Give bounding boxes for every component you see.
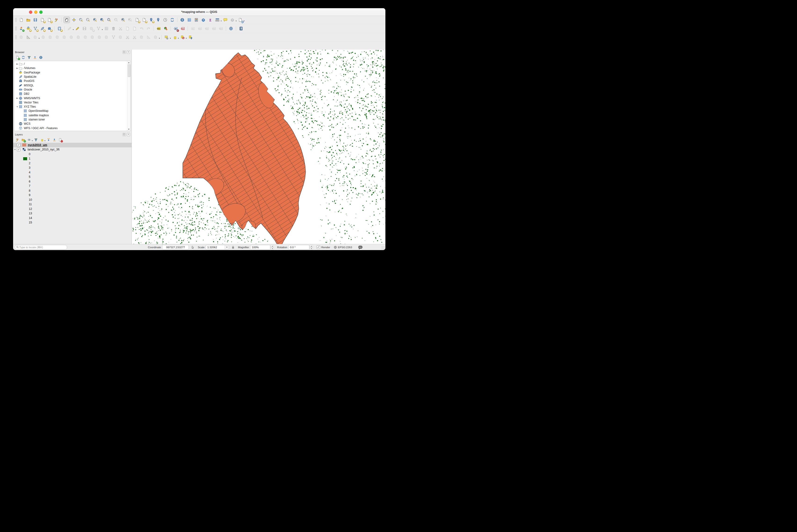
browser-item-db2[interactable]: DB2DB2: [14, 92, 130, 96]
legend-item-2[interactable]: 2: [13, 161, 132, 166]
help-button[interactable]: ?: [238, 25, 244, 32]
mouse-position-icon[interactable]: [191, 246, 194, 249]
open-attribute-table-button[interactable]: [186, 17, 192, 23]
zoom-to-selection-button[interactable]: ▢: [106, 17, 112, 23]
field-calculator-button[interactable]: [193, 17, 200, 23]
filter-by-expression-button[interactable]: [39, 137, 44, 142]
browser-item-oracle[interactable]: Oracle: [14, 88, 130, 92]
messages-icon[interactable]: [358, 246, 362, 249]
remove-layer-button[interactable]: −: [58, 137, 63, 142]
select-by-expression-button[interactable]: [172, 34, 177, 40]
legend-item-6[interactable]: 6: [13, 179, 132, 184]
layer-labeling-single-button[interactable]: ab●: [173, 25, 179, 32]
expander-icon[interactable]: ▶: [16, 63, 19, 65]
browser-item-wcs[interactable]: WCS: [14, 122, 130, 126]
properties-widget-button[interactable]: [38, 55, 43, 60]
pan-map-button[interactable]: [63, 17, 70, 23]
refresh-map-button[interactable]: [169, 17, 175, 23]
browser-item-geopackage[interactable]: GeoPackage: [14, 71, 130, 75]
open-data-source-manager-button[interactable]: +: [18, 25, 24, 32]
browser-float-button[interactable]: [122, 51, 126, 54]
browser-item-openstreetmap[interactable]: OpenStreetMap: [14, 109, 130, 113]
default-feature-action-button[interactable]: ▶: [237, 17, 243, 23]
new-3d-map-view-button[interactable]: ✱: [141, 17, 147, 23]
layer-visibility-checkbox[interactable]: ✓: [17, 148, 20, 151]
new-project-button[interactable]: [18, 17, 24, 23]
add-vector-layer-button[interactable]: ✱: [25, 25, 31, 32]
scale-dropdown-button[interactable]: ▼: [225, 245, 229, 249]
select-features-by-area-dropdown[interactable]: ▾: [170, 37, 171, 39]
legend-item-12[interactable]: 12: [13, 207, 132, 211]
layers-close-button[interactable]: ×: [127, 133, 130, 136]
layer-labeling-rule-based-button[interactable]: abc: [180, 25, 186, 32]
expander-icon[interactable]: ▶: [16, 67, 19, 69]
map-tips-button[interactable]: [222, 17, 228, 23]
zoom-last-button[interactable]: ◀: [120, 17, 126, 23]
add-selected-layers-button[interactable]: +: [15, 55, 20, 60]
browser-item-mssql[interactable]: MSSQL: [14, 83, 130, 87]
rotation-field[interactable]: 0.0 °: [288, 245, 309, 250]
rotation-spinner[interactable]: ▲▼: [310, 245, 313, 250]
filter-by-expression-dropdown[interactable]: ▾: [44, 140, 45, 142]
layer-expander-icon[interactable]: ▼: [13, 149, 17, 151]
browser-item-stamen-toner[interactable]: stamen toner: [14, 117, 130, 122]
magnifier-field[interactable]: 100%: [250, 245, 270, 250]
show-spatial-bookmarks-button[interactable]: [155, 17, 161, 23]
metasearch-button[interactable]: [228, 25, 234, 32]
lock-scale-icon[interactable]: [231, 246, 235, 249]
resize-grip[interactable]: [381, 246, 385, 249]
layers-float-button[interactable]: [122, 133, 126, 136]
legend-item-1[interactable]: 1: [13, 156, 132, 161]
identify-features-button[interactable]: [179, 17, 185, 23]
deselect-features-button[interactable]: [179, 34, 186, 40]
locator-input[interactable]: [19, 246, 65, 249]
manage-map-themes-dropdown[interactable]: ▾: [32, 140, 33, 142]
legend-item-5[interactable]: 5: [13, 175, 132, 179]
toolbar-drag-handle[interactable]: [15, 35, 17, 39]
browser-close-button[interactable]: ×: [127, 51, 130, 54]
current-edits-dropdown[interactable]: ▾: [73, 28, 74, 31]
new-print-layout-button[interactable]: ✱: [39, 17, 45, 23]
magnifier-spinner[interactable]: ▲▼: [271, 245, 274, 250]
statistical-summary-button[interactable]: Σ: [207, 17, 213, 23]
layer-labeling-button[interactable]: abc: [156, 25, 162, 32]
render-checkbox[interactable]: ✓: [317, 245, 320, 249]
legend-item-8[interactable]: 8: [13, 188, 132, 193]
crs-globe-icon[interactable]: [334, 246, 337, 249]
temporal-controller-button[interactable]: [162, 17, 168, 23]
default-feature-action-dropdown[interactable]: ▾: [244, 20, 245, 22]
crs-status[interactable]: EPSG:2263: [338, 246, 352, 249]
open-project-button[interactable]: [25, 17, 31, 23]
snapping-options-button[interactable]: [25, 34, 31, 40]
processing-toolbox-button[interactable]: [200, 17, 206, 23]
browser-item-vector-tiles[interactable]: Vector Tiles: [14, 100, 130, 104]
style-manager-button[interactable]: [53, 17, 59, 23]
filter-browser-button[interactable]: [27, 55, 32, 60]
coordinate-field[interactable]: 997327,233277: [162, 245, 189, 250]
browser-item-postgis[interactable]: PostGIS: [14, 79, 130, 83]
browser-item-[interactable]: ▶/: [14, 62, 130, 66]
browser-item-wfs-ogc-api-features[interactable]: WFS / OGC API - Features: [14, 126, 130, 130]
browser-item-volumes[interactable]: ▶/Volumes: [14, 66, 130, 70]
legend-item-14[interactable]: 14: [13, 216, 132, 221]
add-postgis-layer-button[interactable]: ✱: [46, 25, 52, 32]
browser-scrollbar[interactable]: ▲ ▼: [127, 61, 130, 131]
browser-item-spatialite[interactable]: SpatiaLite: [14, 75, 130, 79]
expander-icon[interactable]: ▼: [16, 106, 19, 108]
legend-item-7[interactable]: 7: [13, 184, 132, 189]
expander-icon[interactable]: ▶: [16, 97, 19, 99]
browser-scrollbar-thumb[interactable]: [128, 64, 130, 77]
scale-combobox[interactable]: 1:32062 ▼: [206, 245, 229, 250]
browser-item-satellite-mapbox[interactable]: satellite mapbox: [14, 113, 130, 117]
new-map-view-button[interactable]: ✱: [134, 17, 140, 23]
legend-item-15[interactable]: 15: [13, 221, 132, 225]
legend-item-13[interactable]: 13: [13, 211, 132, 216]
collapse-all-button[interactable]: [33, 55, 37, 60]
legend-item-9[interactable]: 9: [13, 193, 132, 198]
add-spatialite-layer-button[interactable]: ✱: [39, 25, 45, 32]
zoom-full-button[interactable]: ◈: [92, 17, 98, 23]
layer-item-nycb2010_um[interactable]: ✓nycb2010_um: [13, 143, 132, 147]
show-layout-manager-button[interactable]: ⚙: [46, 17, 52, 23]
zoom-in-button[interactable]: +: [78, 17, 84, 23]
add-delimited-text-layer-button[interactable]: ✱: [32, 25, 38, 32]
